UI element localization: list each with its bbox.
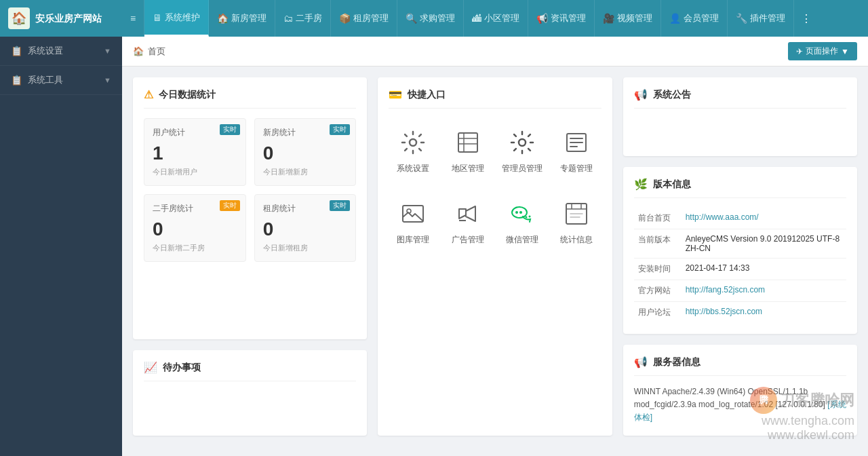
pending-block: 📈 待办事项: [133, 350, 367, 435]
page-actions-label: 页面操作: [806, 45, 838, 57]
nav-rent[interactable]: 📦 租房管理: [331, 0, 397, 37]
version-install-label: 安装时间: [634, 259, 682, 280]
sys-settings-icon: 📋: [11, 45, 22, 56]
forum-link[interactable]: http://bbs.52jscn.com: [686, 307, 762, 316]
quick-item-admin[interactable]: 管理员管理: [498, 118, 547, 184]
nav-sys-maint[interactable]: 🖥 系统维护: [144, 0, 209, 37]
nav-items: ≡ 🖥 系统维护 🏠 新房管理 🗂 二手房 📦 租房管理 🔍 求购管理 🏙 小区…: [122, 0, 868, 37]
quick-title-label: 快捷入口: [408, 89, 446, 101]
quick-item-wechat[interactable]: 微信管理: [498, 189, 547, 255]
badge-newhouse: 实时: [330, 124, 350, 135]
quick-stats-label: 统计信息: [560, 234, 593, 246]
main-content: 🏠 首页 ✈ 页面操作 ▼ ⚠ 今日数据统计 实时: [122, 37, 868, 456]
version-title: 🌿 版本信息: [634, 178, 846, 198]
quick-topic-label: 专题管理: [560, 163, 593, 174]
official-link[interactable]: http://fang.52jscn.com: [686, 285, 765, 294]
nav-community[interactable]: 🏙 小区管理: [464, 0, 528, 37]
nav-community-label: 小区管理: [484, 12, 519, 24]
version-frontend-label: 前台首页: [634, 208, 682, 229]
stats-grid: 实时 用户统计 1 今日新增用户 实时 新房统计 0 今日新增新房 实时: [144, 118, 356, 262]
stat-box-secondhouse: 实时 二手房统计 0 今日新增二手房: [144, 194, 246, 262]
quick-grid: 系统设置 地区管理 管理员管理: [389, 118, 601, 255]
badge-user: 实时: [220, 124, 240, 135]
stats-title-label: 今日数据统计: [159, 89, 216, 101]
nav-rent-label: 租房管理: [353, 12, 389, 24]
stats-warning-icon: ⚠: [144, 88, 153, 101]
quick-item-topic[interactable]: 专题管理: [552, 118, 601, 184]
nav-video[interactable]: 🎥 视频管理: [595, 0, 661, 37]
nav-menu-toggle[interactable]: ≡: [122, 0, 144, 37]
version-row-current: 当前版本 AnleyeCMS Version 9.0 201912025 UTF…: [634, 229, 846, 259]
version-row-frontend: 前台首页 http://www.aaa.com/: [634, 208, 846, 229]
version-table: 前台首页 http://www.aaa.com/ 当前版本 AnleyeCMS …: [634, 208, 846, 323]
community-icon: 🏙: [472, 13, 481, 24]
nav-second-house[interactable]: 🗂 二手房: [275, 0, 331, 37]
menu-icon: ≡: [130, 13, 136, 24]
version-row-install: 安装时间 2021-04-17 14:33: [634, 259, 846, 280]
breadcrumb-home-label: 首页: [148, 45, 165, 58]
stat-user-sub: 今日新增用户: [153, 167, 237, 177]
version-official-value: http://fang.52jscn.com: [682, 280, 846, 302]
sys-tools-arrow: ▼: [104, 76, 111, 84]
frontend-link[interactable]: http://www.aaa.com/: [686, 212, 759, 222]
top-nav: 🏠 安乐业房产网站 ≡ 🖥 系统维护 🏠 新房管理 🗂 二手房 📦 租房管理 🔍…: [0, 0, 868, 37]
quick-item-ad[interactable]: 广告管理: [443, 189, 492, 255]
nav-plugin-label: 插件管理: [750, 12, 785, 24]
quick-admin-icon: [507, 128, 537, 157]
svg-point-5: [519, 139, 526, 146]
sidebar-item-sys-tools[interactable]: 📋 系统工具 ▼: [0, 66, 122, 95]
nav-sys-maint-label: 系统维护: [165, 12, 200, 24]
stats-block: ⚠ 今日数据统计 实时 用户统计 1 今日新增用户 实时 新房统计: [133, 77, 367, 339]
version-current-value: AnleyeCMS Version 9.0 201912025 UTF-8 ZH…: [682, 229, 846, 259]
quick-image-label: 图库管理: [397, 234, 429, 246]
sidebar-sys-tools-label: 系统工具: [28, 74, 63, 86]
server-content: WINNT Apache/2.4.39 (Win64) OpenSSL/1.1.…: [634, 385, 846, 425]
pending-title-label: 待办事项: [163, 362, 201, 374]
nav-second-house-label: 二手房: [296, 12, 322, 24]
quick-item-settings[interactable]: 系统设置: [389, 118, 437, 184]
version-current-label: 当前版本: [634, 229, 682, 259]
version-frontend-value: http://www.aaa.com/: [682, 208, 846, 229]
server-card: 📢 服务器信息 WINNT Apache/2.4.39 (Win64) Open…: [623, 345, 857, 436]
version-row-official: 官方网站 http://fang.52jscn.com: [634, 280, 846, 302]
stat-secondhouse-sub: 今日新增二手房: [153, 243, 237, 253]
nav-member-label: 会员管理: [684, 12, 719, 24]
quick-title: 💳 快捷入口: [389, 88, 601, 109]
nav-purchase[interactable]: 🔍 求购管理: [397, 0, 464, 37]
quick-settings-label: 系统设置: [397, 163, 429, 174]
quick-item-image[interactable]: 图库管理: [389, 189, 437, 255]
page-actions-arrow: ▼: [841, 47, 849, 56]
quick-image-icon: [398, 199, 428, 229]
nav-more[interactable]: ⋮: [794, 0, 818, 37]
svg-point-14: [515, 211, 518, 214]
nav-new-house[interactable]: 🏠 新房管理: [209, 0, 275, 37]
video-icon: 🎥: [603, 13, 614, 24]
nav-plugin[interactable]: 🔧 插件管理: [728, 0, 794, 37]
nav-new-house-label: 新房管理: [231, 12, 267, 24]
sys-settings-arrow: ▼: [104, 47, 111, 55]
quick-item-region[interactable]: 地区管理: [443, 118, 492, 184]
sidebar-item-sys-settings[interactable]: 📋 系统设置 ▼: [0, 37, 122, 66]
breadcrumb: 🏠 首页: [133, 45, 165, 58]
quick-ad-label: 广告管理: [452, 234, 484, 246]
version-official-label: 官方网站: [634, 280, 682, 302]
logo-icon: 🏠: [8, 7, 30, 29]
nav-member[interactable]: 👤 会员管理: [661, 0, 728, 37]
stat-newhouse-sub: 今日新增新房: [263, 167, 348, 177]
page-actions-icon: ✈: [796, 47, 803, 56]
announce-title-label: 系统公告: [653, 89, 691, 101]
pending-icon: 📈: [144, 361, 157, 374]
version-forum-label: 用户论坛: [634, 302, 682, 324]
version-install-value: 2021-04-17 14:33: [682, 259, 846, 280]
quick-wechat-icon: [507, 199, 537, 229]
nav-purchase-label: 求购管理: [420, 12, 455, 24]
quick-item-stats[interactable]: 统计信息: [552, 189, 601, 255]
app-name: 安乐业房产网站: [35, 13, 102, 24]
quick-settings-icon: [398, 128, 428, 157]
page-actions-button[interactable]: ✈ 页面操作 ▼: [788, 42, 857, 60]
version-icon: 🌿: [634, 178, 648, 191]
announce-content: [634, 118, 846, 145]
purchase-icon: 🔍: [406, 13, 417, 24]
quick-wechat-label: 微信管理: [506, 234, 538, 246]
nav-news[interactable]: 📢 资讯管理: [528, 0, 595, 37]
